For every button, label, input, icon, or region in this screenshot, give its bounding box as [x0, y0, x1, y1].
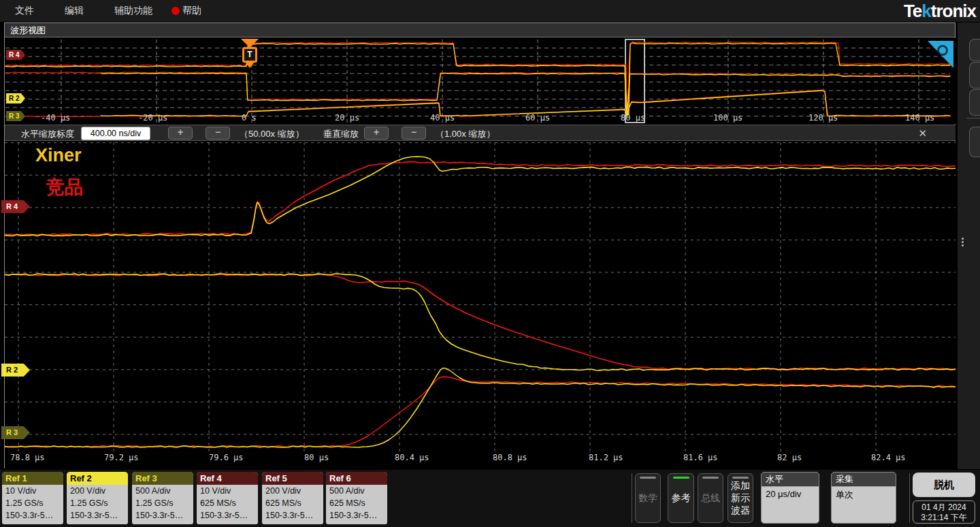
- overview-time-label-7: 100 μs: [713, 113, 742, 123]
- overview-time-label-0: -40 μs: [41, 113, 70, 123]
- menu-utility[interactable]: 辅助功能: [114, 5, 152, 17]
- bottom-button-1-ref[interactable]: 参考: [668, 473, 694, 523]
- tektronix-logo: Tektronix: [904, 1, 976, 22]
- v-zoom-label: 垂直缩放: [323, 128, 359, 140]
- button-indicator: [640, 477, 656, 479]
- bottom-button-2-bus[interactable]: 总线: [698, 473, 723, 523]
- main-zoom-plot[interactable]: [5, 142, 956, 453]
- button-indicator: [673, 477, 689, 479]
- acquisition-mode-value: 单次: [832, 487, 896, 501]
- overview-waveform-svg[interactable]: [5, 38, 956, 124]
- button-indicator: [702, 477, 719, 479]
- ref-card-6[interactable]: Ref 6500 A/div625 MS/s150-3.3r-5…: [326, 472, 387, 524]
- ref-card-3[interactable]: Ref 3500 A/div1.25 GS/s150-3.3r-5…: [132, 472, 193, 524]
- annotation-competitor: 竞品: [46, 175, 83, 199]
- ref-card-line-0: 200 V/div: [67, 485, 128, 497]
- ref-card-title: Ref 2: [67, 472, 128, 485]
- trace-r3-yellow: [5, 368, 956, 447]
- trigger-marker-tip-icon: [246, 63, 254, 68]
- ref-card-line-1: 1.25 GS/s: [2, 497, 63, 509]
- trace-ov-r3-yellow: [101, 91, 950, 116]
- ref-card-line-2: 150-3.3r-5…: [326, 509, 387, 522]
- bottom-separator-2: [909, 473, 910, 523]
- ref-card-5[interactable]: Ref 5200 V/div625 MS/s150-3.3r-5…: [262, 472, 323, 524]
- ref-card-line-0: 500 A/div: [326, 485, 387, 497]
- main-time-label-0: 78.8 μs: [10, 453, 45, 462]
- ref-card-4[interactable]: Ref 410 V/div625 MS/s150-3.3r-5…: [197, 472, 258, 524]
- overview-time-label-3: 20 μs: [335, 113, 359, 123]
- overview-time-label-1: -20 μs: [138, 113, 167, 123]
- ref-card-title: Ref 4: [197, 472, 258, 485]
- close-zoom-icon[interactable]: ✕: [918, 127, 927, 140]
- h-zoom-minus-button[interactable]: −: [206, 127, 230, 140]
- v-zoom-factor-label: （1.00x 缩放）: [436, 128, 495, 140]
- h-zoom-factor-label: （50.00x 缩放）: [240, 128, 304, 140]
- date-text: 01 4月 2024: [913, 502, 975, 513]
- side-button-3[interactable]: [969, 89, 980, 116]
- trace-r2-yellow: [5, 274, 956, 370]
- side-button-1[interactable]: [969, 39, 980, 61]
- ref-card-line-2: 150-3.3r-5…: [197, 509, 258, 522]
- h-zoom-scale-label: 水平缩放标度: [21, 128, 74, 140]
- ref-card-line-1: 625 MS/s: [262, 497, 323, 509]
- main-time-label-8: 82 μs: [777, 453, 802, 462]
- overview-time-label-4: 40 μs: [430, 113, 455, 123]
- ref-card-line-2: 150-3.3r-5…: [67, 509, 128, 522]
- ref-card-line-1: 625 MS/s: [197, 497, 258, 509]
- ref-card-1[interactable]: Ref 110 V/div1.25 GS/s150-3.3r-5…: [2, 472, 63, 524]
- main-time-label-2: 79.6 μs: [209, 453, 244, 462]
- overview-time-label-6: 80 μs: [621, 113, 645, 123]
- menu-file[interactable]: 文件: [15, 5, 34, 17]
- h-zoom-plus-button[interactable]: +: [168, 127, 193, 140]
- menu-help[interactable]: 帮助: [182, 5, 201, 17]
- horizontal-panel[interactable]: 水平 20 μs/div: [761, 472, 819, 524]
- trace-r3-red: [5, 377, 956, 447]
- ref-card-line-0: 10 V/div: [197, 485, 258, 497]
- bottom-button-3-add-scope[interactable]: 添加新示波器: [728, 473, 753, 523]
- v-zoom-minus-button[interactable]: −: [402, 127, 426, 140]
- horizontal-panel-title: 水平: [762, 473, 819, 487]
- help-red-dot-icon: [172, 7, 180, 15]
- acquisition-panel[interactable]: 采集 单次: [831, 472, 896, 524]
- v-zoom-plus-button[interactable]: +: [364, 127, 389, 140]
- button-indicator: [732, 477, 749, 479]
- main-time-label-4: 80.4 μs: [395, 453, 429, 462]
- overview-plot[interactable]: [5, 38, 956, 124]
- overview-time-label-8: 120 μs: [808, 113, 838, 123]
- ref-card-line-1: 1.25 GS/s: [132, 497, 193, 509]
- main-time-label-1: 79.2 μs: [104, 453, 139, 462]
- ref-card-line-1: 625 MS/s: [326, 497, 387, 509]
- trigger-T-flag[interactable]: T: [242, 47, 257, 63]
- ref-card-line-0: 10 V/div: [2, 485, 63, 497]
- h-zoom-scale-input[interactable]: [81, 127, 150, 140]
- trace-r4-yellow: [5, 157, 956, 236]
- overview-time-label-9: 140 μs: [905, 113, 934, 123]
- ref-card-line-2: 150-3.3r-5…: [2, 509, 63, 522]
- bottom-status-bar: Ref 110 V/div1.25 GS/s150-3.3r-5…Ref 220…: [0, 470, 980, 527]
- menu-edit[interactable]: 编辑: [65, 5, 84, 17]
- offline-button[interactable]: 脱机: [913, 473, 975, 497]
- side-button-2[interactable]: [969, 62, 980, 89]
- overview-time-label-2: 0 s: [242, 113, 257, 123]
- main-time-label-9: 82.4 μs: [871, 453, 906, 462]
- bottom-button-0-math[interactable]: 数学: [635, 473, 661, 523]
- ref-card-line-1: 1.25 GS/s: [67, 497, 128, 509]
- trace-ov-r2-red: [5, 72, 950, 113]
- trace-ov-r4-red: [5, 42, 950, 114]
- main-waveform-svg[interactable]: [5, 142, 956, 453]
- main-time-label-5: 80.8 μs: [493, 453, 527, 462]
- ref-card-line-2: 150-3.3r-5…: [262, 509, 323, 522]
- overview-time-label-5: 60 μs: [525, 113, 550, 123]
- ref-card-title: Ref 5: [262, 472, 323, 485]
- ref-card-title: Ref 6: [326, 472, 387, 485]
- time-text: 3:21:14 下午: [913, 513, 975, 523]
- acquisition-panel-title: 采集: [832, 473, 896, 487]
- main-time-label-3: 80 μs: [304, 453, 329, 462]
- annotation-xiner: Xiner: [35, 145, 82, 166]
- ref-card-2[interactable]: Ref 2200 V/div1.25 GS/s150-3.3r-5…: [67, 472, 128, 524]
- menu-bar: 文件 编辑 辅助功能 帮助 Tektronix: [0, 0, 980, 22]
- horizontal-scale-value: 20 μs/div: [762, 487, 819, 499]
- side-button-4[interactable]: [969, 127, 980, 157]
- panel-drag-handle[interactable]: [960, 236, 965, 250]
- main-time-label-6: 81.2 μs: [589, 453, 623, 462]
